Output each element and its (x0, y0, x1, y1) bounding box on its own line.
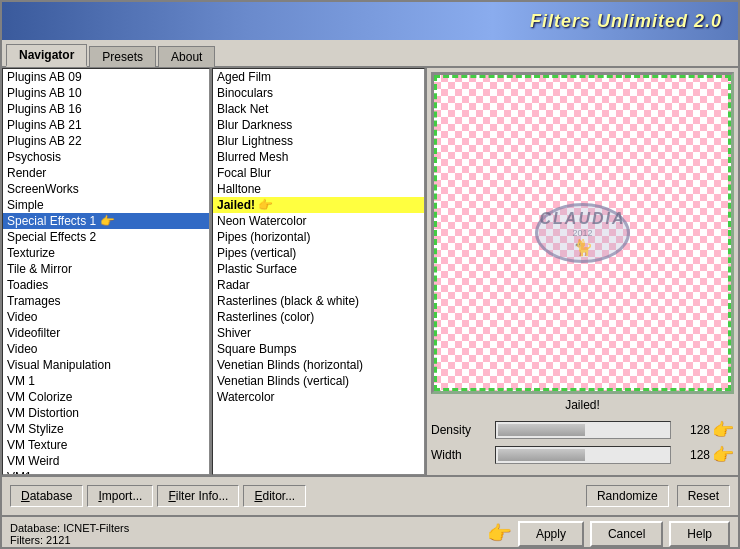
filter-item[interactable]: Blur Darkness (213, 117, 424, 133)
right-panel: CLAUDIA 2012 🐈 Jailed! Density 128 👉 (427, 68, 738, 475)
filter-item[interactable]: Halltone (213, 181, 424, 197)
navigator-item[interactable]: Plugins AB 22 (3, 133, 209, 149)
tab-presets[interactable]: Presets (89, 46, 156, 67)
database-info: Database: ICNET-Filters (10, 522, 129, 534)
density-value: 128 (675, 423, 710, 437)
navigator-item[interactable]: ScreenWorks (3, 181, 209, 197)
density-slider[interactable] (495, 421, 671, 439)
help-button[interactable]: Help (669, 521, 730, 547)
filter-name-label: Jailed! (431, 396, 734, 414)
tab-navigator[interactable]: Navigator (6, 44, 87, 67)
width-slider-row: Width 128 👉 (431, 444, 734, 466)
filter-item[interactable]: Jailed! 👉 (213, 197, 424, 213)
filter-item[interactable]: Plastic Surface (213, 261, 424, 277)
filter-item[interactable]: Watercolor (213, 389, 424, 405)
filter-item[interactable]: Pipes (horizontal) (213, 229, 424, 245)
filter-item[interactable]: Pipes (vertical) (213, 245, 424, 261)
navigator-item[interactable]: Tramages (3, 293, 209, 309)
width-label: Width (431, 448, 491, 462)
filter-name-text: Jailed! (565, 398, 600, 412)
navigator-item[interactable]: Render (3, 165, 209, 181)
width-value: 128 (675, 448, 710, 462)
apply-button[interactable]: Apply (518, 521, 584, 547)
database-label: Database: (10, 522, 60, 534)
slider-area: Density 128 👉 Width 128 👉 (431, 414, 734, 471)
navigator-item[interactable]: Plugins AB 10 (3, 85, 209, 101)
filter-item[interactable]: Aged Film (213, 69, 424, 85)
navigator-item[interactable]: VM Weird (3, 453, 209, 469)
filter-info-button[interactable]: Filter Info... (157, 485, 239, 507)
navigator-item[interactable]: Simple (3, 197, 209, 213)
filter-item[interactable]: Rasterlines (color) (213, 309, 424, 325)
filter-item[interactable]: Shiver (213, 325, 424, 341)
cancel-button[interactable]: Cancel (590, 521, 663, 547)
density-label: Density (431, 423, 491, 437)
navigator-list[interactable]: Plugins AB 09Plugins AB 10Plugins AB 16P… (2, 68, 210, 475)
density-slider-row: Density 128 👉 (431, 419, 734, 441)
filters-value: 2121 (46, 534, 70, 546)
navigator-item[interactable]: VM 1 (3, 373, 209, 389)
navigator-item[interactable]: VM1 (3, 469, 209, 475)
filter-item[interactable]: Venetian Blinds (horizontal) (213, 357, 424, 373)
filter-item[interactable]: Black Net (213, 101, 424, 117)
filter-item[interactable]: Venetian Blinds (vertical) (213, 373, 424, 389)
navigator-item[interactable]: Special Effects 1 👉 (3, 213, 209, 229)
navigator-item[interactable]: Psychosis (3, 149, 209, 165)
navigator-item[interactable]: Plugins AB 16 (3, 101, 209, 117)
navigator-item[interactable]: Videofilter (3, 325, 209, 341)
navigator-item[interactable]: Toadies (3, 277, 209, 293)
reset-button[interactable]: Reset (677, 485, 730, 507)
navigator-item[interactable]: Video (3, 341, 209, 357)
navigator-item[interactable]: VM Stylize (3, 421, 209, 437)
density-fill (498, 424, 585, 436)
navigator-item[interactable]: Plugins AB 21 (3, 117, 209, 133)
toolbar: Database Import... Filter Info... Editor… (2, 475, 738, 515)
width-hand-icon: 👉 (712, 444, 734, 466)
width-fill (498, 449, 585, 461)
navigator-item[interactable]: Texturize (3, 245, 209, 261)
filter-item[interactable]: Neon Watercolor (213, 213, 424, 229)
logo-cat-icon: 🐈 (573, 238, 593, 257)
navigator-item[interactable]: VM Distortion (3, 405, 209, 421)
database-button[interactable]: Database (10, 485, 83, 507)
filter-item[interactable]: Blurred Mesh (213, 149, 424, 165)
tab-about[interactable]: About (158, 46, 215, 67)
filters-label: Filters: (10, 534, 43, 546)
toolbar-right: Randomize Reset (586, 485, 730, 507)
navigator-item[interactable]: Plugins AB 09 (3, 69, 209, 85)
filter-item[interactable]: Binoculars (213, 85, 424, 101)
filter-item[interactable]: Rasterlines (black & white) (213, 293, 424, 309)
navigator-item[interactable]: Visual Manipulation (3, 357, 209, 373)
density-hand-icon: 👉 (712, 419, 734, 441)
navigator-item[interactable]: VM Texture (3, 437, 209, 453)
randomize-button[interactable]: Randomize (586, 485, 669, 507)
status-buttons: 👉 Apply Cancel Help (485, 521, 730, 547)
mid-panel: Aged FilmBinocularsBlack NetBlur Darknes… (212, 68, 427, 475)
logo-overlay: CLAUDIA 2012 🐈 (533, 198, 633, 268)
title-bar: Filters Unlimited 2.0 (2, 2, 738, 40)
editor-button[interactable]: Editor... (243, 485, 306, 507)
preview-border: CLAUDIA 2012 🐈 (431, 72, 734, 394)
filters-info: Filters: 2121 (10, 534, 129, 546)
filter-item[interactable]: Radar (213, 277, 424, 293)
navigator-item[interactable]: VM Colorize (3, 389, 209, 405)
navigator-item[interactable]: Tile & Mirror (3, 261, 209, 277)
toolbar-left: Database Import... Filter Info... Editor… (10, 485, 306, 507)
navigator-item[interactable]: Special Effects 2 (3, 229, 209, 245)
filter-hand-icon: 👉 (255, 198, 273, 212)
tab-bar: Navigator Presets About (2, 40, 738, 68)
navigator-item[interactable]: Video (3, 309, 209, 325)
preview-area: CLAUDIA 2012 🐈 (434, 75, 731, 391)
filter-item[interactable]: Focal Blur (213, 165, 424, 181)
apply-hand-icon: 👉 (487, 521, 512, 547)
filter-list[interactable]: Aged FilmBinocularsBlack NetBlur Darknes… (212, 68, 425, 475)
logo-year-text: 2012 (572, 228, 592, 238)
left-panel: Plugins AB 09Plugins AB 10Plugins AB 16P… (2, 68, 212, 475)
filter-item[interactable]: Square Bumps (213, 341, 424, 357)
import-button[interactable]: Import... (87, 485, 153, 507)
width-slider[interactable] (495, 446, 671, 464)
logo-ellipse: CLAUDIA 2012 🐈 (535, 203, 630, 263)
logo-main-text: CLAUDIA (540, 210, 626, 228)
filter-item[interactable]: Blur Lightness (213, 133, 424, 149)
status-info: Database: ICNET-Filters Filters: 2121 (10, 522, 129, 546)
